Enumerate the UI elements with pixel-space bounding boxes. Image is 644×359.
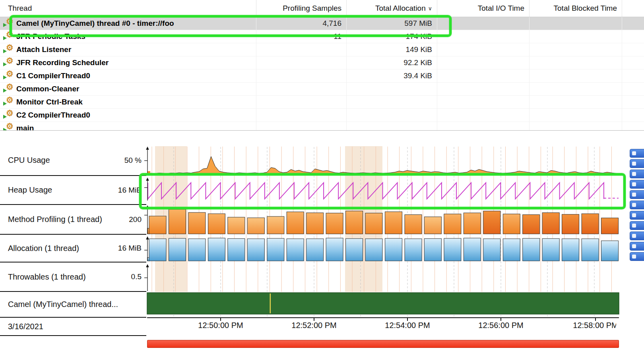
axis-arrow-icon	[146, 178, 149, 181]
timeline-chart[interactable]	[0, 0, 644, 359]
chart-control-icon	[632, 255, 636, 259]
axis-arrow-icon	[146, 147, 149, 150]
chart-control-button[interactable]	[630, 211, 644, 220]
cpu-series-marker	[147, 171, 150, 174]
chart-control-button[interactable]	[630, 190, 644, 199]
chart-control-icon	[632, 234, 636, 238]
allocation-bars	[147, 238, 619, 261]
chart-control-icon	[632, 213, 636, 217]
thread-activity-bar[interactable]	[147, 293, 619, 314]
chart-control-button[interactable]	[630, 221, 644, 230]
chart-control-button[interactable]	[630, 201, 644, 209]
axis-arrow-icon	[146, 264, 149, 267]
chart-control-icon	[632, 193, 636, 197]
chart-control-button[interactable]	[630, 149, 644, 158]
chart-control-icon	[632, 224, 636, 228]
chart-control-button[interactable]	[630, 252, 644, 261]
chart-control-button[interactable]	[630, 159, 644, 168]
chart-control-button[interactable]	[630, 180, 644, 189]
chart-control-icon	[632, 244, 636, 248]
chart-control-icon	[632, 162, 636, 166]
chart-control-icon	[632, 203, 636, 207]
chart-control-button[interactable]	[630, 170, 644, 178]
axis-arrow-icon	[146, 205, 149, 208]
chart-control-icon	[632, 151, 636, 155]
chart-control-button[interactable]	[630, 242, 644, 251]
axis-arrow-icon	[146, 236, 149, 239]
cpu-usage-area	[147, 156, 619, 174]
profiler-threads-view: Thread Profiling Samples Total Allocatio…	[0, 0, 644, 359]
chart-control-icon	[632, 172, 636, 176]
method-profiling-bars	[147, 209, 619, 234]
chart-control-icon	[632, 182, 636, 186]
chart-control-button[interactable]	[630, 232, 644, 240]
